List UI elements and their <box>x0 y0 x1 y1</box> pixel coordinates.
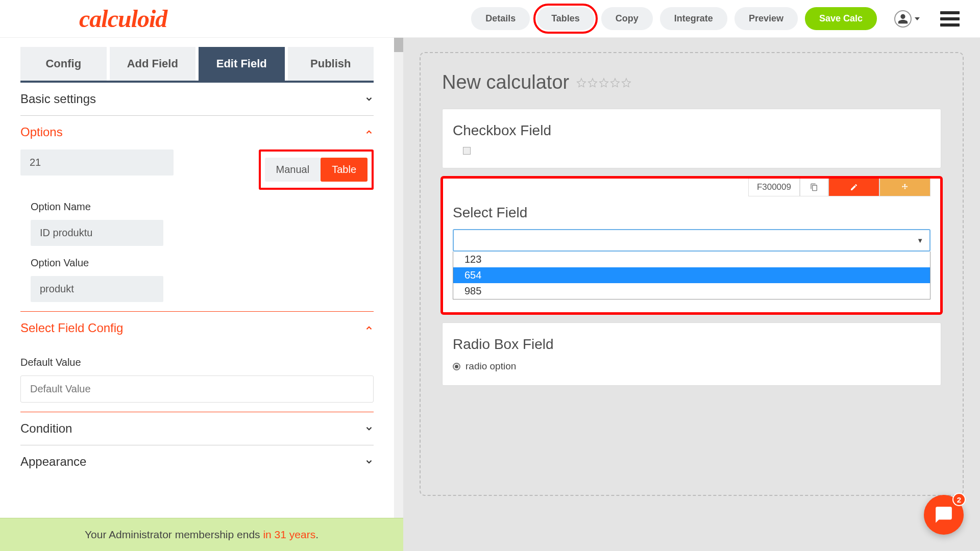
select-dropdown[interactable]: ▼ <box>453 229 930 252</box>
move-icon <box>901 183 909 191</box>
edit-field-button[interactable] <box>828 178 879 196</box>
banner-highlight: in 31 years <box>263 529 315 540</box>
nav-preview[interactable]: Preview <box>734 7 798 30</box>
dropdown-option[interactable]: 985 <box>453 283 930 299</box>
dropdown-option[interactable]: 654 <box>453 267 930 283</box>
section-options-header[interactable]: Options <box>20 125 374 139</box>
radio-input[interactable] <box>453 363 460 370</box>
toggle-table[interactable]: Table <box>321 158 368 182</box>
membership-banner: Your Administrator membership ends in 31… <box>0 518 403 551</box>
section-condition-title: Condition <box>20 421 72 436</box>
section-basic-title: Basic settings <box>20 92 96 106</box>
header-nav: Details Tables Copy Integrate Preview Sa… <box>471 7 960 30</box>
chevron-down-icon <box>364 457 374 466</box>
user-menu[interactable] <box>894 10 920 28</box>
option-name-label: Option Name <box>31 201 374 213</box>
option-number-input[interactable] <box>20 149 174 176</box>
save-calc-button[interactable]: Save Calc <box>805 7 877 30</box>
section-select-config: Select Field Config Default Value <box>20 312 374 412</box>
star-icon <box>621 78 631 88</box>
chevron-up-icon <box>364 323 374 333</box>
star-icon <box>599 78 609 88</box>
tab-config[interactable]: Config <box>20 47 107 81</box>
field-id-badge: F300009 <box>748 178 800 196</box>
nav-copy[interactable]: Copy <box>601 7 653 30</box>
calculator-title: New calculator <box>442 71 569 93</box>
select-field-title: Select Field <box>453 205 930 221</box>
checkbox-field-title: Checkbox Field <box>453 122 930 139</box>
tab-publish[interactable]: Publish <box>288 47 374 81</box>
pencil-icon <box>850 183 858 191</box>
rating-stars[interactable] <box>576 78 631 88</box>
logo[interactable]: calculoid <box>79 5 167 33</box>
avatar-icon <box>894 10 912 28</box>
editor-tabs: Config Add Field Edit Field Publish <box>20 47 374 83</box>
section-basic-header[interactable]: Basic settings <box>20 92 374 106</box>
chat-icon <box>934 505 953 524</box>
manual-table-toggle: Manual Table <box>259 149 374 190</box>
left-panel: Config Add Field Edit Field Publish Basi… <box>0 38 403 551</box>
section-options: Options Manual Table Option Name Option … <box>20 116 374 312</box>
default-value-label: Default Value <box>20 357 374 368</box>
section-appearance: Appearance <box>20 445 374 478</box>
star-icon <box>587 78 598 88</box>
star-icon <box>610 78 620 88</box>
tab-edit-field[interactable]: Edit Field <box>199 47 285 81</box>
dropdown-option[interactable]: 123 <box>453 252 930 267</box>
section-options-title: Options <box>20 125 63 139</box>
copy-field-button[interactable] <box>800 178 828 196</box>
radio-field-title: Radio Box Field <box>453 336 930 353</box>
banner-prefix: Your Administrator membership ends <box>85 529 263 540</box>
section-select-config-header[interactable]: Select Field Config <box>20 321 374 335</box>
radio-field-card[interactable]: Radio Box Field radio option <box>442 322 941 386</box>
checkbox-input[interactable] <box>463 147 471 155</box>
toggle-manual[interactable]: Manual <box>265 158 321 182</box>
move-field-button[interactable] <box>879 178 930 196</box>
canvas-panel: New calculator Checkbox Field F300009 <box>403 38 980 551</box>
field-toolbar: F300009 <box>453 178 930 196</box>
select-field-card[interactable]: F300009 Select Field ▼ 123 <box>442 178 941 313</box>
section-appearance-title: Appearance <box>20 455 86 469</box>
app-header: calculoid Details Tables Copy Integrate … <box>0 0 980 38</box>
scrollbar-thumb[interactable] <box>394 38 403 52</box>
section-select-config-title: Select Field Config <box>20 321 123 335</box>
chat-widget[interactable]: 2 <box>924 495 964 535</box>
section-condition: Condition <box>20 412 374 445</box>
default-value-input[interactable] <box>20 375 374 403</box>
main-area: Config Add Field Edit Field Publish Basi… <box>0 38 980 551</box>
chevron-down-icon <box>364 424 374 433</box>
options-body: Manual Table Option Name Option Value <box>20 139 374 302</box>
option-value-input[interactable] <box>31 276 163 302</box>
checkbox-field-card[interactable]: Checkbox Field <box>442 109 941 168</box>
option-value-label: Option Value <box>31 257 374 269</box>
chevron-down-icon <box>915 17 920 20</box>
chevron-up-icon <box>364 128 374 137</box>
section-condition-header[interactable]: Condition <box>20 421 374 436</box>
banner-suffix: . <box>315 529 318 540</box>
option-name-input[interactable] <box>31 220 163 246</box>
radio-option-label: radio option <box>465 361 516 372</box>
calculator-canvas: New calculator Checkbox Field F300009 <box>420 52 964 496</box>
section-appearance-header[interactable]: Appearance <box>20 455 374 469</box>
nav-tables[interactable]: Tables <box>537 7 594 30</box>
nav-details[interactable]: Details <box>471 7 530 30</box>
chevron-down-icon <box>364 94 374 104</box>
star-icon <box>576 78 586 88</box>
dropdown-list: 123 654 985 <box>453 252 930 299</box>
tab-add-field[interactable]: Add Field <box>110 47 196 81</box>
chat-badge: 2 <box>952 493 966 506</box>
scrollbar[interactable] <box>394 38 403 551</box>
nav-integrate[interactable]: Integrate <box>660 7 727 30</box>
chevron-down-icon: ▼ <box>917 237 923 244</box>
menu-icon[interactable] <box>940 11 960 27</box>
section-basic-settings: Basic settings <box>20 83 374 116</box>
copy-icon <box>810 183 818 191</box>
